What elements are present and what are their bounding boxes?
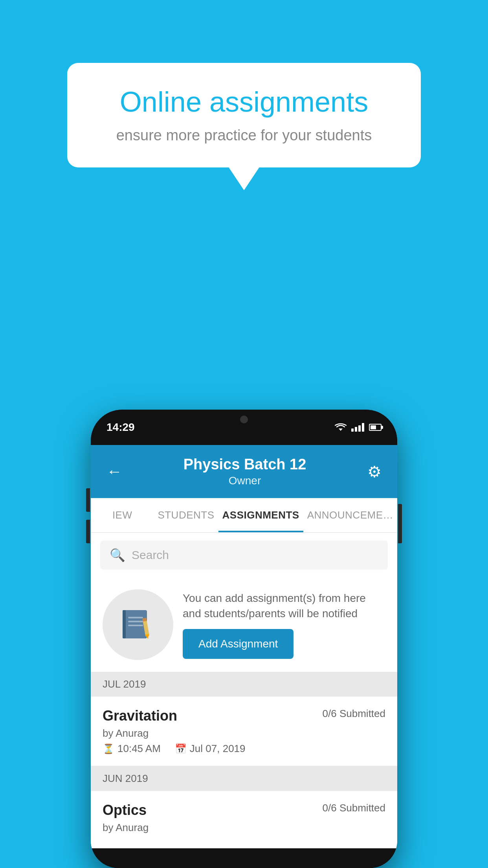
- svg-rect-3: [128, 617, 143, 618]
- time-meta: ⏳ 10:45 AM: [103, 743, 161, 755]
- assignment-meta-gravitation: ⏳ 10:45 AM 📅 Jul 07, 2019: [103, 743, 385, 755]
- clock-icon: ⏳: [103, 743, 114, 754]
- header-center: Physics Batch 12 Owner: [183, 456, 306, 487]
- tab-bar: IEW STUDENTS ASSIGNMENTS ANNOUNCEME…: [91, 498, 397, 533]
- bubble-subtitle: ensure more practice for your students: [95, 127, 393, 144]
- date-value: Jul 07, 2019: [190, 743, 246, 755]
- phone-screen: ← Physics Batch 12 Owner ⚙ IEW STUDENTS …: [91, 445, 397, 848]
- signal-bars-icon: [351, 423, 364, 432]
- month-header-jul: JUL 2019: [91, 672, 397, 697]
- add-assignment-button[interactable]: Add Assignment: [183, 629, 294, 659]
- tab-iew[interactable]: IEW: [91, 498, 154, 532]
- search-container: 🔍 Search: [91, 533, 397, 577]
- tab-students[interactable]: STUDENTS: [154, 498, 218, 532]
- phone-frame: 14:29: [91, 410, 397, 868]
- svg-rect-4: [128, 621, 143, 622]
- back-button[interactable]: ←: [106, 463, 122, 480]
- calendar-icon: 📅: [175, 743, 187, 754]
- assignment-by-optics: by Anurag: [103, 822, 385, 834]
- tab-assignments[interactable]: ASSIGNMENTS: [218, 498, 303, 532]
- speech-bubble: Online assignments ensure more practice …: [67, 63, 421, 167]
- assignment-row1: Gravitation 0/6 Submitted: [103, 708, 385, 724]
- power-button: [398, 504, 402, 543]
- svg-rect-8: [142, 618, 147, 622]
- speech-bubble-container: Online assignments ensure more practice …: [67, 63, 421, 167]
- volume-down-button: [86, 520, 90, 543]
- battery-icon: [369, 424, 382, 431]
- month-label-jun: JUN 2019: [103, 772, 148, 784]
- volume-up-button: [86, 488, 90, 512]
- header-title: Physics Batch 12: [183, 456, 306, 473]
- bubble-title: Online assignments: [95, 86, 393, 118]
- notch: [220, 410, 268, 429]
- search-bar[interactable]: 🔍 Search: [100, 541, 388, 570]
- month-header-jun: JUN 2019: [91, 766, 397, 791]
- app-header: ← Physics Batch 12 Owner ⚙: [91, 445, 397, 498]
- assignment-by-gravitation: by Anurag: [103, 727, 385, 739]
- assignment-item-gravitation[interactable]: Gravitation 0/6 Submitted by Anurag ⏳ 10…: [91, 697, 397, 766]
- date-meta: 📅 Jul 07, 2019: [175, 743, 246, 755]
- promo-text: You can add assignment(s) from here and …: [183, 590, 385, 659]
- camera: [240, 416, 248, 423]
- status-icons: [335, 423, 382, 432]
- assignment-name-gravitation: Gravitation: [103, 708, 177, 724]
- status-time: 14:29: [106, 421, 135, 434]
- wifi-icon: [335, 423, 347, 432]
- bubble-arrow: [228, 167, 260, 190]
- assignment-row1-optics: Optics 0/6 Submitted: [103, 802, 385, 818]
- svg-rect-5: [128, 625, 143, 626]
- settings-icon[interactable]: ⚙: [367, 463, 382, 481]
- phone-status-bar: 14:29: [91, 410, 397, 445]
- submitted-count-gravitation: 0/6 Submitted: [323, 708, 385, 720]
- phone-wrapper: 14:29: [91, 410, 397, 868]
- svg-marker-0: [339, 428, 343, 431]
- assignment-item-optics[interactable]: Optics 0/6 Submitted by Anurag: [91, 791, 397, 848]
- promo-area: You can add assignment(s) from here and …: [91, 577, 397, 672]
- phone-bottom-bar: [91, 848, 397, 868]
- promo-description: You can add assignment(s) from here and …: [183, 590, 385, 621]
- tab-announcements[interactable]: ANNOUNCEME…: [303, 498, 397, 532]
- search-icon: 🔍: [110, 548, 125, 563]
- promo-icon-circle: [103, 589, 173, 660]
- month-label-jul: JUL 2019: [103, 678, 146, 690]
- search-placeholder: Search: [132, 548, 169, 562]
- notebook-icon: [120, 607, 156, 642]
- assignment-name-optics: Optics: [103, 802, 147, 818]
- svg-rect-2: [123, 610, 126, 638]
- submitted-count-optics: 0/6 Submitted: [323, 802, 385, 814]
- header-subtitle: Owner: [183, 474, 306, 487]
- time-value: 10:45 AM: [117, 743, 161, 755]
